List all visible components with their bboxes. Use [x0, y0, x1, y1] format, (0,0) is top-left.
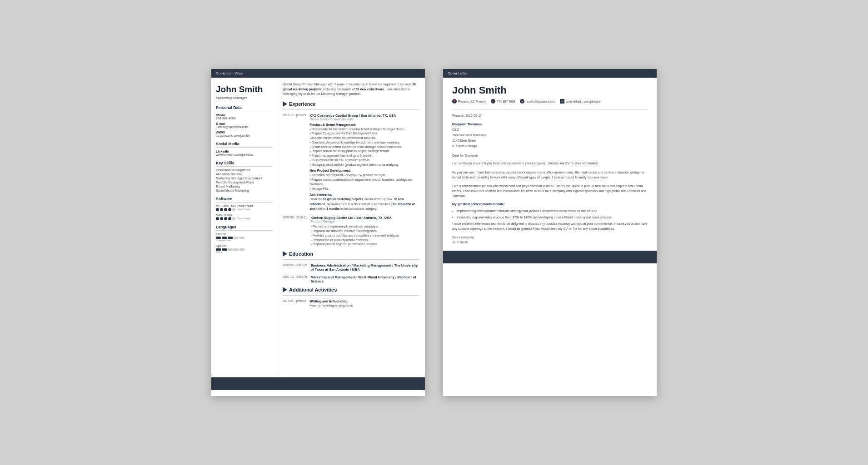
skill-item: Social Media Marketing	[216, 189, 272, 192]
cl-signature: John Smith	[452, 241, 648, 244]
experience-item: 2010-12 - presentXYZ Cosmetics Capital G…	[283, 114, 419, 212]
cl-body: John Smith 📍 Phoenix, AZ, Phoenix 📞 774-…	[443, 78, 657, 251]
software-section-title: Software	[216, 197, 272, 203]
cl-header-bar: Cover Letter	[443, 69, 657, 78]
cl-achievement-bullet: Implementing new customer relations stra…	[452, 208, 648, 213]
linkedin-label: LinkedIn	[216, 150, 272, 153]
email-value: j.smith@uptowork.com	[216, 125, 272, 129]
cl-email: ✉ j.smith@uptowork.com	[520, 99, 556, 104]
education-section: Education	[283, 251, 419, 257]
cl-achievements: Implementing new customer relations stra…	[452, 208, 648, 220]
cl-email-text: j.smith@uptowork.com	[526, 100, 556, 103]
cl-header-label: Cover Letter	[448, 71, 468, 75]
cv-document: Curriculum Vitae John Smith Marketing Ma…	[211, 69, 425, 396]
cl-location-text: Phoenix, AZ, Phoenix	[458, 100, 486, 103]
cl-paragraph: I am writing to enquire if you have any …	[452, 161, 648, 166]
cv-main-content: Global Group Product Manager with 7 year…	[277, 78, 425, 377]
skills-list: Innovation ManagementAnalytical Thinking…	[216, 168, 272, 192]
education-item: 2000-10 - 2004-05Marketing and Managemen…	[283, 275, 419, 283]
language-item: FrenchIntermediate	[216, 232, 272, 242]
skill-item: Portfolio Deployment Plans	[216, 181, 272, 184]
cv-bottom-bar	[211, 377, 425, 390]
cv-summary: Global Group Product Manager with 7 year…	[283, 82, 419, 97]
cl-name: John Smith	[452, 84, 648, 96]
education-title: Education	[289, 251, 313, 257]
activities-arrow-icon	[283, 287, 287, 292]
experience-section: Experience	[283, 101, 419, 107]
software-item: Mail ChimpVery Good	[216, 213, 272, 220]
linkedin-value: www.linkedin.com/johnutw	[216, 153, 272, 156]
activities-section: Additional Activities	[283, 287, 419, 292]
experience-arrow-icon	[283, 101, 287, 107]
experience-item: 2007-09 - 2010-11Kitchen Supply Center L…	[283, 216, 419, 247]
cl-document: Cover Letter John Smith 📍 Phoenix, AZ, P…	[443, 69, 657, 396]
location-icon: 📍	[452, 99, 457, 104]
skills-section-title: Key Skills	[216, 161, 272, 167]
cl-linkedin-text: www.linkedin.com/johnutw	[566, 100, 600, 103]
software-list: MS Excel, MS PowerPointVery GoodMail Chi…	[216, 204, 272, 220]
phone-value: 774-987-4009	[216, 117, 272, 120]
skill-item: E-mail Marketing	[216, 185, 272, 188]
phone-icon: 📞	[491, 99, 495, 104]
cl-bottom-bar	[443, 251, 657, 263]
cl-date: Phoenix, 2016-05-17	[452, 114, 648, 117]
education-list: 2005-09 - 2007-05Business Administration…	[283, 263, 419, 283]
education-item: 2005-09 - 2007-05Business Administration…	[283, 263, 419, 272]
cl-phone: 📞 774-987-4009	[491, 99, 515, 104]
cl-paragraphs: I am writing to enquire if you have any …	[452, 161, 648, 198]
cl-closing-paragraph: I have excellent references and would be…	[452, 221, 648, 231]
www-label: WWW	[216, 131, 272, 134]
email-icon: ✉	[520, 99, 524, 104]
cv-header-label: Curriculum Vitae	[216, 71, 243, 75]
skill-item: Innovation Management	[216, 168, 272, 172]
phone-label: Phone	[216, 114, 272, 117]
email-label: E-mail	[216, 122, 272, 125]
cl-achievements-title: My greatest achievements include:	[452, 203, 648, 206]
cv-sidebar: John Smith Marketing Manager Personal Da…	[211, 78, 277, 377]
languages-section-title: Languages	[216, 225, 272, 231]
activities-title: Additional Activities	[289, 287, 337, 292]
cl-location: 📍 Phoenix, AZ, Phoenix	[452, 99, 486, 104]
education-arrow-icon	[283, 251, 287, 257]
activity-item: 2012-01 - presentWriting and Influencing…	[283, 299, 419, 308]
cv-header-bar: Curriculum Vitae	[211, 69, 425, 78]
www-value: cv.uptowork.com/j.smith	[216, 134, 272, 137]
skill-item: Analytical Thinking	[216, 173, 272, 176]
cl-achievement-bullet: Increasing regional sales revenue from $…	[452, 215, 648, 220]
cl-contact: 📍 Phoenix, AZ, Phoenix 📞 774-987-4009 ✉ …	[452, 99, 648, 104]
software-item: MS Excel, MS PowerPointVery Good	[216, 204, 272, 211]
social-section-title: Social Media	[216, 142, 272, 148]
cv-title: Marketing Manager	[216, 96, 272, 100]
cl-linkedin: in www.linkedin.com/johnutw	[560, 99, 600, 104]
skill-item: Marketing Strategy Development	[216, 177, 272, 180]
languages-list: FrenchIntermediateSpanishBasic	[216, 232, 272, 253]
experience-title: Experience	[289, 101, 316, 107]
cl-recipient: Benjamin ThomsonCEOThomson and Thomson11…	[452, 122, 648, 148]
cl-paragraph: I am a conscientious person who works ha…	[452, 183, 648, 199]
cl-closing: Yours sincerely	[452, 236, 648, 239]
experience-list: 2010-12 - presentXYZ Cosmetics Capital G…	[283, 114, 419, 247]
linkedin-icon: in	[560, 99, 564, 104]
personal-section-title: Personal Data	[216, 105, 272, 111]
cl-paragraph: As you can see, I have had extensive vac…	[452, 170, 648, 180]
cl-salutation: Dear Mr Thomson	[452, 154, 648, 157]
cv-name: John Smith	[216, 84, 272, 95]
language-item: SpanishBasic	[216, 244, 272, 253]
activities-list: 2012-01 - presentWriting and Influencing…	[283, 299, 419, 308]
cl-phone-text: 774-987-4009	[497, 100, 515, 103]
